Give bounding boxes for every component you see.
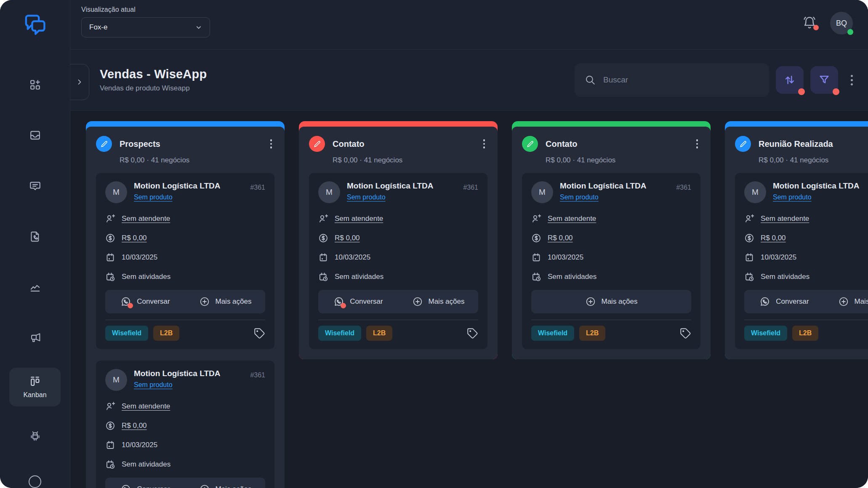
card-divider bbox=[105, 320, 265, 320]
conversar-button[interactable]: Conversar bbox=[105, 290, 185, 313]
activities-text: Sem atividades bbox=[122, 273, 170, 281]
page-header: Vendas - WiseApp Vendas de produto Wisea… bbox=[70, 50, 868, 111]
notifications-badge bbox=[813, 25, 819, 30]
mais-acoes-button[interactable]: Mais ações bbox=[398, 290, 478, 313]
attendant-link[interactable]: Sem atendente bbox=[548, 215, 596, 223]
filter-funnel-icon bbox=[818, 74, 831, 86]
column-menu-button[interactable] bbox=[268, 137, 275, 151]
value-link[interactable]: R$ 0,00 bbox=[548, 234, 573, 242]
tags: WisefieldL2B bbox=[744, 326, 868, 341]
deal-id: #361 bbox=[250, 184, 265, 203]
whatsapp-icon bbox=[759, 296, 770, 307]
stage-edit-icon[interactable] bbox=[96, 136, 112, 152]
deal-card[interactable]: M Motion Logística LTDA Sem produto #361… bbox=[309, 173, 487, 349]
company-avatar: M bbox=[531, 181, 553, 203]
mais-acoes-button[interactable]: Mais ações bbox=[185, 290, 265, 313]
conversar-button[interactable]: Conversar bbox=[318, 290, 398, 313]
stage-edit-icon[interactable] bbox=[735, 136, 751, 152]
sidebar-item-campaigns[interactable] bbox=[27, 330, 43, 346]
card-divider bbox=[318, 320, 478, 320]
plus-circle-icon bbox=[838, 296, 849, 307]
trend-chart-icon bbox=[29, 281, 41, 294]
mais-acoes-button[interactable]: Mais ações bbox=[185, 477, 265, 488]
column-menu-button[interactable] bbox=[694, 137, 701, 151]
value-link[interactable]: R$ 0,00 bbox=[761, 234, 786, 242]
page-title: Vendas - WiseApp bbox=[100, 67, 207, 81]
calendar-icon bbox=[318, 252, 328, 263]
attendant-link[interactable]: Sem atendente bbox=[335, 215, 383, 223]
filter-button[interactable] bbox=[810, 66, 838, 94]
currency-icon bbox=[531, 233, 541, 243]
mais-acoes-button[interactable]: Mais ações bbox=[824, 290, 868, 313]
mais-acoes-label: Mais ações bbox=[855, 297, 868, 306]
activities-text: Sem atividades bbox=[548, 273, 596, 281]
tag-icon[interactable] bbox=[680, 328, 691, 339]
card-divider bbox=[531, 320, 691, 320]
conversar-button[interactable]: Conversar bbox=[744, 290, 824, 313]
card-divider bbox=[744, 320, 868, 320]
user-plus-icon bbox=[531, 214, 541, 224]
sidebar-item-integrations[interactable] bbox=[27, 429, 43, 445]
search-icon bbox=[585, 74, 596, 85]
product-link[interactable]: Sem produto bbox=[773, 194, 812, 201]
sidebar-item-apps[interactable] bbox=[27, 77, 43, 93]
search-input[interactable] bbox=[602, 75, 761, 85]
deal-card[interactable]: M Motion Logística LTDA Sem produto #361… bbox=[96, 173, 274, 349]
product-link[interactable]: Sem produto bbox=[347, 194, 386, 201]
page-subtitle: Vendas de produto Wiseapp bbox=[100, 84, 207, 93]
apps-plus-icon bbox=[29, 79, 41, 91]
deal-card[interactable]: M Motion Logística LTDA Sem produto #361… bbox=[735, 173, 868, 349]
kanban-column-prospects: Prospects R$ 0,00 · 41 negócios M Motion… bbox=[86, 121, 285, 488]
mais-acoes-button[interactable]: Mais ações bbox=[531, 290, 691, 313]
attendant-link[interactable]: Sem atendente bbox=[122, 215, 170, 223]
tag-l2b: L2B bbox=[792, 326, 818, 341]
sidebar-item-help-icon[interactable] bbox=[29, 475, 41, 488]
value-link[interactable]: R$ 0,00 bbox=[122, 422, 147, 430]
kanban-column-contato-1: Contato R$ 0,00 · 41 negócios M Motion L… bbox=[299, 121, 498, 359]
sidebar-item-inbox[interactable] bbox=[27, 127, 43, 143]
company-name: Motion Logística LTDA bbox=[134, 181, 243, 191]
company-name: Motion Logística LTDA bbox=[347, 181, 456, 191]
kanban-icon bbox=[29, 375, 41, 387]
sort-badge bbox=[798, 88, 805, 95]
sidebar-item-reports[interactable] bbox=[27, 279, 43, 295]
more-options-button[interactable] bbox=[847, 72, 856, 89]
value-link[interactable]: R$ 0,00 bbox=[335, 234, 360, 242]
sort-button[interactable] bbox=[776, 66, 804, 94]
value-link[interactable]: R$ 0,00 bbox=[122, 234, 147, 242]
deal-card[interactable]: M Motion Logística LTDA Sem produto #361… bbox=[522, 173, 700, 349]
notifications-button[interactable] bbox=[802, 16, 817, 31]
stage-edit-icon[interactable] bbox=[309, 136, 325, 152]
chat-lines-icon bbox=[29, 180, 41, 192]
expand-panel-button[interactable] bbox=[70, 64, 89, 100]
android-icon bbox=[29, 430, 41, 443]
deal-card[interactable]: M Motion Logística LTDA Sem produto #361… bbox=[96, 361, 274, 488]
whatsapp-icon bbox=[120, 484, 131, 488]
search-bar bbox=[575, 63, 769, 97]
product-link[interactable]: Sem produto bbox=[134, 194, 173, 201]
view-select[interactable]: Fox-e bbox=[81, 17, 210, 37]
chevron-right-icon bbox=[75, 78, 84, 86]
card-action-bar: Mais ações bbox=[531, 290, 691, 313]
company-avatar: M bbox=[105, 369, 127, 391]
attendant-link[interactable]: Sem atendente bbox=[761, 215, 809, 223]
whatsapp-badge bbox=[128, 303, 133, 308]
conversar-button[interactable]: Conversar bbox=[105, 477, 185, 488]
tag-icon[interactable] bbox=[467, 328, 478, 339]
attendant-link[interactable]: Sem atendente bbox=[122, 402, 170, 411]
activities-row: Sem atividades bbox=[531, 267, 691, 286]
sidebar-item-kanban[interactable]: Kanban bbox=[9, 368, 61, 406]
stage-edit-icon[interactable] bbox=[522, 136, 538, 152]
tag-icon[interactable] bbox=[254, 328, 265, 339]
date-row: 10/03/2025 bbox=[105, 248, 265, 267]
column-summary: R$ 0,00 · 41 negócios bbox=[759, 156, 868, 164]
product-link[interactable]: Sem produto bbox=[134, 381, 173, 389]
company-name: Motion Logística LTDA bbox=[134, 369, 243, 378]
activities-text: Sem atividades bbox=[761, 273, 809, 281]
card-action-bar: Conversar Mais ações bbox=[105, 290, 265, 313]
sidebar-item-contacts[interactable] bbox=[27, 228, 43, 244]
product-link[interactable]: Sem produto bbox=[560, 194, 599, 201]
column-menu-button[interactable] bbox=[481, 137, 488, 151]
user-avatar[interactable]: BQ bbox=[830, 12, 853, 34]
sidebar-item-chats[interactable] bbox=[27, 178, 43, 194]
